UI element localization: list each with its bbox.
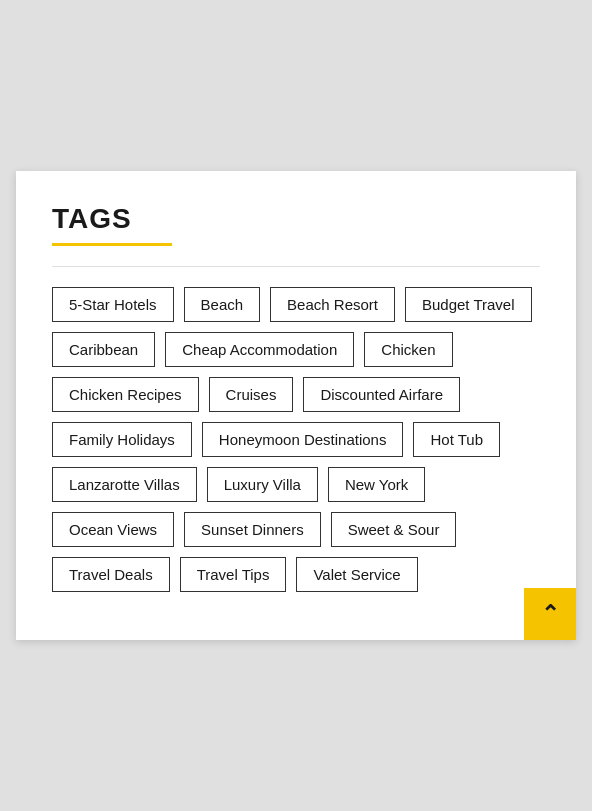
tag-item[interactable]: Sweet & Sour bbox=[331, 512, 457, 547]
tag-item[interactable]: New York bbox=[328, 467, 425, 502]
tag-item[interactable]: Budget Travel bbox=[405, 287, 532, 322]
tag-item[interactable]: Chicken Recipes bbox=[52, 377, 199, 412]
tags-card: TAGS 5-Star HotelsBeachBeach ResortBudge… bbox=[16, 171, 576, 640]
tags-container: 5-Star HotelsBeachBeach ResortBudget Tra… bbox=[52, 287, 540, 592]
chevron-up-icon: ⌃ bbox=[541, 601, 559, 627]
tag-item[interactable]: Sunset Dinners bbox=[184, 512, 321, 547]
tag-item[interactable]: Luxury Villa bbox=[207, 467, 318, 502]
tag-item[interactable]: 5-Star Hotels bbox=[52, 287, 174, 322]
tag-item[interactable]: Chicken bbox=[364, 332, 452, 367]
tag-item[interactable]: Travel Deals bbox=[52, 557, 170, 592]
tag-item[interactable]: Honeymoon Destinations bbox=[202, 422, 404, 457]
tag-item[interactable]: Beach bbox=[184, 287, 261, 322]
tag-item[interactable]: Valet Service bbox=[296, 557, 417, 592]
back-to-top-button[interactable]: ⌃ bbox=[524, 588, 576, 640]
tag-item[interactable]: Ocean Views bbox=[52, 512, 174, 547]
tag-item[interactable]: Caribbean bbox=[52, 332, 155, 367]
title-underline bbox=[52, 243, 172, 246]
divider bbox=[52, 266, 540, 267]
tag-item[interactable]: Cruises bbox=[209, 377, 294, 412]
tag-item[interactable]: Discounted Airfare bbox=[303, 377, 460, 412]
tag-item[interactable]: Cheap Accommodation bbox=[165, 332, 354, 367]
tag-item[interactable]: Family Holidays bbox=[52, 422, 192, 457]
tag-item[interactable]: Lanzarotte Villas bbox=[52, 467, 197, 502]
tag-item[interactable]: Hot Tub bbox=[413, 422, 500, 457]
tags-heading: TAGS bbox=[52, 203, 540, 235]
tag-item[interactable]: Beach Resort bbox=[270, 287, 395, 322]
tag-item[interactable]: Travel Tips bbox=[180, 557, 287, 592]
